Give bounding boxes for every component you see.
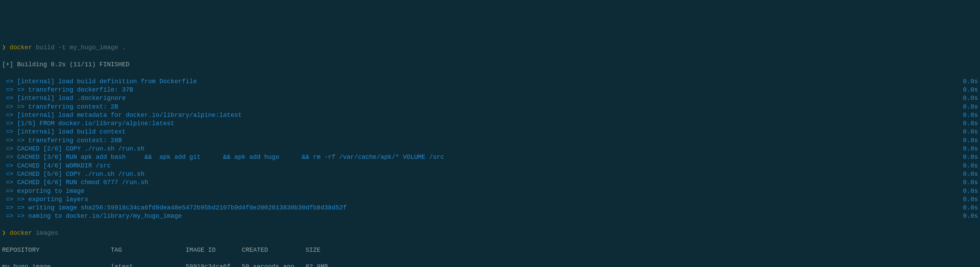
command-program: docker: [10, 44, 32, 51]
prompt-caret: ❯: [2, 44, 6, 51]
build-step: => CACHED [4/6] WORKDIR /src0.0s: [2, 162, 978, 170]
build-step: => => transferring dockerfile: 37B0.0s: [2, 86, 978, 94]
build-header: [+] Building 0.2s (11/11) FINISHED: [2, 60, 978, 69]
command-program: docker: [10, 230, 32, 237]
command-args: images: [36, 230, 58, 237]
command-line-1: ❯ docker build -t my_hugo_image .: [2, 43, 978, 52]
build-step: => => naming to docker.io/library/my_hug…: [2, 212, 978, 220]
table-row: my_hugo_image latest 59918c34ca6f 50 sec…: [2, 262, 978, 267]
build-step: => CACHED [6/6] RUN chmod 0777 /run.sh0.…: [2, 178, 978, 186]
build-step: => => exporting layers0.0s: [2, 195, 978, 203]
build-step: => [internal] load build context0.0s: [2, 128, 978, 136]
table-header: REPOSITORY TAG IMAGE ID CREATED SIZE: [2, 246, 978, 254]
build-step: => [1/6] FROM docker.io/library/alpine:l…: [2, 119, 978, 128]
build-step: => [internal] load .dockerignore0.0s: [2, 94, 978, 102]
build-step: => exporting to image0.0s: [2, 187, 978, 195]
build-step: => CACHED [3/6] RUN apk add bash && apk …: [2, 153, 978, 161]
build-step: => => transferring context: 2B0.0s: [2, 103, 978, 111]
command-line-2: ❯ docker images: [2, 229, 978, 237]
terminal-output[interactable]: ❯ docker build -t my_hugo_image . [+] Bu…: [2, 35, 978, 267]
build-step: => [internal] load build definition from…: [2, 77, 978, 86]
command-args: build -t my_hugo_image .: [36, 44, 126, 51]
build-step: => => writing image sha256:59918c34ca6fd…: [2, 203, 978, 212]
build-step: => CACHED [5/6] COPY ./run.sh /run.sh0.0…: [2, 170, 978, 178]
build-step: => CACHED [2/6] COPY ./run.sh /run.sh0.0…: [2, 145, 978, 153]
prompt-caret: ❯: [2, 230, 6, 237]
build-step: => => transferring context: 28B0.0s: [2, 136, 978, 145]
build-step: => [internal] load metadata for docker.i…: [2, 111, 978, 119]
